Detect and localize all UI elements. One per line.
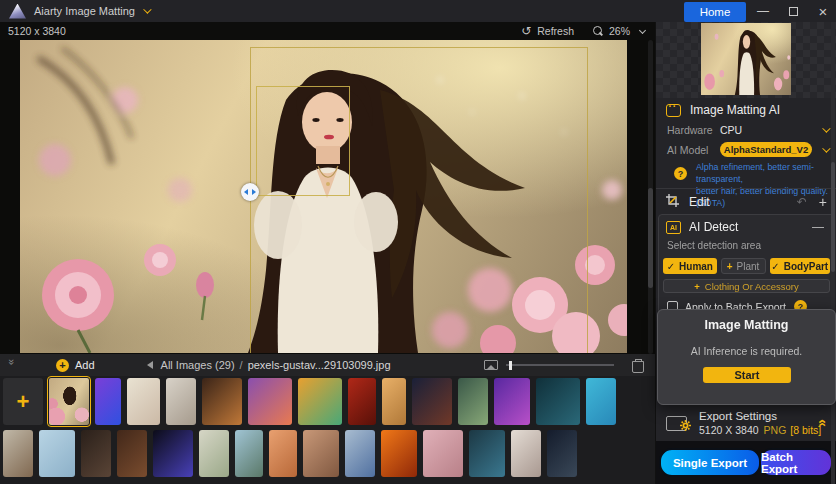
thumbnail[interactable] — [547, 430, 577, 477]
tag-human[interactable]: ✓ Human — [663, 258, 717, 274]
detection-area-subtitle: Select detection area — [667, 240, 834, 251]
thumbnail-row: + — [3, 378, 655, 425]
app-logo-icon — [9, 4, 26, 19]
thumbnail[interactable] — [248, 378, 292, 425]
thumbnail[interactable] — [381, 430, 417, 477]
thumbnail[interactable] — [117, 430, 147, 477]
filmstrip-toolbar: » + Add All Images (29) / pexels-gustav.… — [0, 354, 655, 376]
thumbnail[interactable] — [345, 430, 375, 477]
check-icon: ✓ — [667, 261, 675, 272]
hardware-label: Hardware — [667, 124, 715, 136]
hardware-select[interactable]: CPU — [720, 124, 742, 136]
thumbnail[interactable] — [536, 378, 580, 425]
app-window: Aiarty Image Matting Home — × 5120 x 384… — [0, 0, 836, 484]
thumbnail-selected[interactable] — [49, 378, 89, 425]
start-button[interactable]: Start — [703, 367, 791, 383]
sidebar-scrollbar[interactable] — [831, 22, 835, 484]
edit-crop-icon — [666, 193, 679, 211]
current-filename: pexels-gustav...29103099.jpg — [248, 359, 391, 371]
thumbnail[interactable] — [298, 378, 342, 425]
thumbnail[interactable] — [458, 378, 488, 425]
image-canvas[interactable] — [0, 40, 655, 354]
thumbnail[interactable] — [166, 378, 196, 425]
hardware-chevron-down-icon[interactable] — [822, 124, 830, 132]
thumbnail[interactable] — [81, 430, 111, 477]
zoom-magnifier-icon[interactable] — [592, 26, 603, 37]
thumbnail-size-icon — [484, 360, 498, 370]
thumbnail[interactable] — [511, 430, 541, 477]
thumbnail[interactable] — [303, 430, 339, 477]
workspace: 5120 x 3840 ↺ Refresh 26% — [0, 22, 655, 484]
thumbnail[interactable] — [412, 378, 452, 425]
dialog-message: AI Inference is required. — [658, 345, 835, 357]
thumbnail[interactable] — [586, 378, 616, 425]
compare-slider-handle[interactable] — [241, 183, 259, 201]
thumbnail[interactable] — [382, 378, 406, 425]
thumbnail[interactable] — [269, 430, 297, 477]
photo-preview[interactable] — [20, 40, 627, 353]
thumbnail[interactable] — [235, 430, 263, 477]
ai-detect-panel: AI AI Detect — Select detection area ✓ H… — [658, 214, 835, 314]
tag-clothing-or-accessory[interactable]: + Clothing Or Accessory — [663, 279, 830, 293]
single-export-button[interactable]: Single Export — [659, 448, 761, 477]
breadcrumb-separator: / — [240, 359, 243, 371]
ai-model-chevron-down-icon[interactable] — [822, 144, 830, 152]
batch-export-button[interactable]: Batch Export — [759, 448, 833, 477]
undo-icon[interactable]: ↶ — [797, 195, 807, 209]
model-help-icon[interactable]: ? — [674, 167, 687, 180]
dialog-title: Image Matting — [658, 318, 835, 332]
thumbnail-grid: + — [0, 376, 655, 484]
export-settings-title[interactable]: Export Settings — [699, 410, 821, 422]
thumbnail[interactable] — [202, 378, 242, 425]
ai-detect-icon: AI — [666, 221, 681, 234]
image-matting-ai-title: Image Matting AI — [690, 103, 780, 117]
image-dimensions: 5120 x 3840 — [8, 25, 66, 37]
refresh-button[interactable]: Refresh — [537, 25, 574, 37]
minimize-button[interactable]: — — [750, 1, 776, 21]
thumbnail[interactable] — [95, 378, 121, 425]
ai-model-label: AI Model — [667, 144, 715, 156]
titlebar: Aiarty Image Matting Home — × — [0, 0, 836, 22]
app-menu-chevron-down-icon[interactable] — [143, 5, 151, 13]
canvas-scrollbar[interactable] — [648, 40, 653, 354]
expand-export-chevron-icon[interactable]: » — [813, 419, 829, 427]
add-image-button[interactable]: Add — [75, 359, 95, 371]
image-matting-dialog: Image Matting AI Inference is required. … — [657, 309, 836, 405]
add-edit-icon[interactable]: + — [819, 194, 827, 210]
back-icon[interactable] — [147, 361, 153, 369]
thumbnail-size-slider[interactable] — [506, 364, 614, 366]
thumbnail[interactable] — [3, 430, 33, 477]
slider-thumb[interactable] — [509, 361, 512, 370]
face-detection-rect[interactable] — [256, 86, 350, 196]
thumbnail[interactable] — [153, 430, 193, 477]
add-image-tile[interactable]: + — [3, 378, 43, 425]
home-button[interactable]: Home — [684, 2, 746, 22]
thumbnail[interactable] — [199, 430, 229, 477]
thumbnail[interactable] — [469, 430, 505, 477]
export-settings-icon — [666, 416, 687, 431]
export-actions: Single Export Batch Export — [656, 441, 836, 484]
tag-bodypart[interactable]: ✓ BodyPart — [770, 258, 830, 274]
thumbnail[interactable] — [127, 378, 160, 425]
delete-image-icon[interactable] — [632, 359, 643, 371]
zoom-chevron-down-icon[interactable] — [639, 26, 646, 33]
tag-plant[interactable]: + Plant — [721, 258, 766, 274]
thumbnail[interactable] — [39, 430, 75, 477]
maximize-icon — [789, 7, 798, 16]
collapse-panel-icon[interactable]: — — [812, 220, 824, 234]
close-button[interactable]: × — [810, 1, 836, 21]
add-image-icon[interactable]: + — [56, 359, 69, 372]
thumbnail[interactable] — [348, 378, 376, 425]
ai-model-select[interactable]: AlphaStandard_V2 — [720, 142, 812, 157]
plus-icon: + — [727, 261, 733, 272]
zoom-level[interactable]: 26% — [609, 25, 630, 37]
thumbnail[interactable] — [494, 378, 530, 425]
thumbnail[interactable] — [423, 430, 463, 477]
maximize-button[interactable] — [780, 1, 806, 21]
minimize-icon: — — [757, 4, 769, 18]
sidebar-preview-thumbnail[interactable] — [701, 23, 791, 95]
ai-detect-title: AI Detect — [689, 220, 738, 234]
collapse-filmstrip-icon[interactable]: » — [6, 359, 18, 371]
refresh-icon[interactable]: ↺ — [521, 24, 531, 38]
all-images-breadcrumb[interactable]: All Images (29) — [161, 359, 235, 371]
